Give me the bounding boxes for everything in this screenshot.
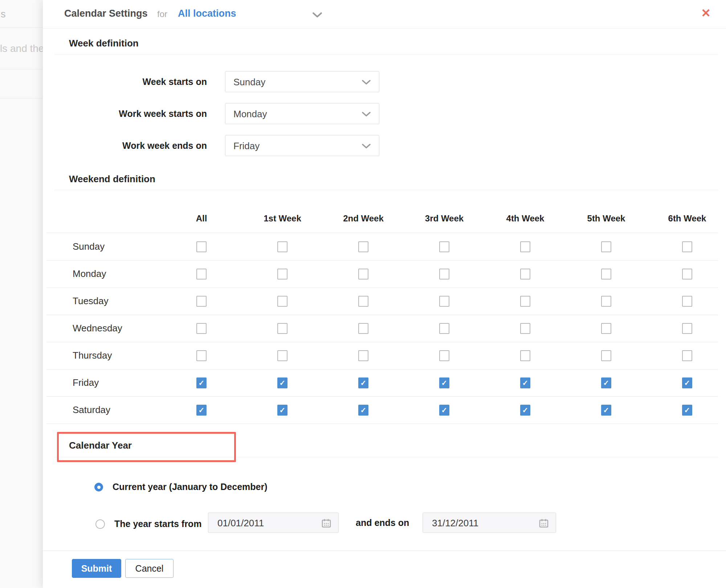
field-label: Week starts on: [54, 77, 207, 87]
week-starts-on-select[interactable]: Sunday: [225, 71, 379, 92]
checkbox-unchecked-icon[interactable]: [601, 269, 611, 279]
checkbox-checked-icon[interactable]: ✓: [358, 405, 368, 416]
highlight-rectangle: [57, 432, 236, 462]
work-week-starts-on-select[interactable]: Monday: [225, 103, 379, 124]
checkbox-unchecked-icon[interactable]: [520, 269, 530, 279]
checkbox-unchecked-icon[interactable]: [601, 296, 611, 307]
field-label: Work week ends on: [54, 140, 207, 151]
end-date-value: 31/12/2011: [432, 518, 478, 529]
checkbox-unchecked-icon[interactable]: [358, 323, 368, 334]
checkbox-unchecked-icon[interactable]: [601, 323, 611, 334]
and-ends-on-label: and ends on: [356, 518, 409, 528]
checkbox-unchecked-icon[interactable]: [196, 350, 207, 361]
day-label: Tuesday: [73, 287, 109, 315]
checkbox-unchecked-icon[interactable]: [196, 241, 207, 252]
checkbox-unchecked-icon[interactable]: [520, 323, 530, 334]
checkbox-unchecked-icon[interactable]: [439, 241, 449, 252]
cancel-button[interactable]: Cancel: [125, 559, 174, 578]
footer-divider: [43, 551, 726, 551]
table-row: Saturday✓✓✓✓✓✓✓: [46, 396, 718, 424]
checkbox-checked-icon[interactable]: ✓: [682, 405, 692, 416]
checkbox-checked-icon[interactable]: ✓: [601, 405, 611, 416]
section-divider: [54, 190, 718, 190]
checkbox-unchecked-icon[interactable]: [277, 241, 287, 252]
weekend-column-header: 2nd Week: [343, 213, 384, 224]
checkbox-checked-icon[interactable]: ✓: [196, 405, 207, 416]
checkbox-unchecked-icon[interactable]: [682, 241, 692, 252]
end-date-field[interactable]: 31/12/2011: [423, 513, 556, 533]
checkbox-unchecked-icon[interactable]: [358, 241, 368, 252]
checkbox-unchecked-icon[interactable]: [439, 269, 449, 279]
checkbox-unchecked-icon[interactable]: [520, 241, 530, 252]
checkbox-checked-icon[interactable]: ✓: [520, 405, 530, 416]
checkbox-unchecked-icon[interactable]: [520, 350, 530, 361]
week-definition-form: Week starts onSundayWork week starts onM…: [54, 71, 379, 167]
checkbox-unchecked-icon[interactable]: [277, 323, 287, 334]
checkbox-unchecked-icon[interactable]: [682, 269, 692, 279]
checkbox-unchecked-icon[interactable]: [682, 296, 692, 307]
checkbox-checked-icon[interactable]: ✓: [439, 377, 449, 388]
custom-year-option[interactable]: The year starts from: [95, 519, 201, 529]
radio-unselected-icon[interactable]: [95, 519, 105, 529]
start-date-field[interactable]: 01/01/2011: [208, 513, 339, 533]
day-label: Friday: [73, 369, 99, 396]
day-label: Wednesday: [73, 315, 122, 342]
checkbox-checked-icon[interactable]: ✓: [358, 377, 368, 388]
checkbox-unchecked-icon[interactable]: [520, 296, 530, 307]
checkbox-unchecked-icon[interactable]: [682, 323, 692, 334]
checkbox-unchecked-icon[interactable]: [358, 350, 368, 361]
weekend-column-header: 1st Week: [264, 213, 301, 224]
checkbox-unchecked-icon[interactable]: [196, 296, 207, 307]
checkbox-unchecked-icon[interactable]: [277, 350, 287, 361]
location-selector[interactable]: All locations: [178, 8, 236, 19]
checkbox-checked-icon[interactable]: ✓: [520, 377, 530, 388]
radio-selected-icon[interactable]: [94, 483, 103, 491]
current-year-label: Current year (January to December): [113, 482, 268, 492]
checkbox-unchecked-icon[interactable]: [358, 296, 368, 307]
table-row: Tuesday: [46, 287, 718, 315]
checkbox-unchecked-icon[interactable]: [682, 350, 692, 361]
select-value: Friday: [233, 140, 260, 152]
checkbox-unchecked-icon[interactable]: [196, 323, 207, 334]
weekend-column-header: 4th Week: [506, 213, 544, 224]
work-week-ends-on-select[interactable]: Friday: [225, 135, 379, 156]
chevron-down-icon[interactable]: [312, 12, 322, 20]
calendar-icon[interactable]: [538, 518, 549, 530]
background-text-fragment: s: [1, 9, 6, 20]
checkbox-unchecked-icon[interactable]: [439, 350, 449, 361]
calendar-icon[interactable]: [321, 518, 332, 530]
checkbox-unchecked-icon[interactable]: [277, 269, 287, 279]
checkbox-unchecked-icon[interactable]: [601, 241, 611, 252]
checkbox-checked-icon[interactable]: ✓: [196, 377, 207, 388]
table-row: Wednesday: [46, 315, 718, 342]
table-row: Friday✓✓✓✓✓✓✓: [46, 369, 718, 397]
page: s ls and the Calendar Settings for All l…: [0, 0, 726, 588]
checkbox-checked-icon[interactable]: ✓: [277, 377, 287, 388]
weekend-column-header: 6th Week: [668, 213, 706, 224]
week-field-row: Week starts onSunday: [54, 71, 379, 92]
dialog-header: Calendar Settings for All locations ✕: [43, 0, 726, 29]
close-icon[interactable]: ✕: [701, 7, 711, 19]
checkbox-checked-icon[interactable]: ✓: [439, 405, 449, 416]
background-divider: [0, 69, 43, 69]
checkbox-unchecked-icon[interactable]: [196, 269, 207, 279]
week-field-row: Work week starts onMonday: [54, 103, 379, 124]
day-label: Sunday: [73, 233, 105, 260]
start-date-value: 01/01/2011: [217, 518, 264, 529]
weekend-column-header: All: [196, 213, 207, 224]
checkbox-checked-icon[interactable]: ✓: [277, 405, 287, 416]
checkbox-checked-icon[interactable]: ✓: [601, 377, 611, 388]
checkbox-unchecked-icon[interactable]: [439, 296, 449, 307]
checkbox-checked-icon[interactable]: ✓: [682, 377, 692, 388]
checkbox-unchecked-icon[interactable]: [439, 323, 449, 334]
table-row: Thursday: [46, 342, 718, 369]
checkbox-unchecked-icon[interactable]: [601, 350, 611, 361]
submit-button[interactable]: Submit: [72, 559, 121, 578]
calendar-settings-dialog: Calendar Settings for All locations ✕ We…: [43, 0, 726, 588]
checkbox-unchecked-icon[interactable]: [277, 296, 287, 307]
chevron-down-icon: [362, 143, 371, 151]
background-divider: [0, 27, 43, 28]
current-year-option[interactable]: Current year (January to December): [94, 482, 268, 492]
table-row: Monday: [46, 260, 718, 288]
checkbox-unchecked-icon[interactable]: [358, 269, 368, 279]
